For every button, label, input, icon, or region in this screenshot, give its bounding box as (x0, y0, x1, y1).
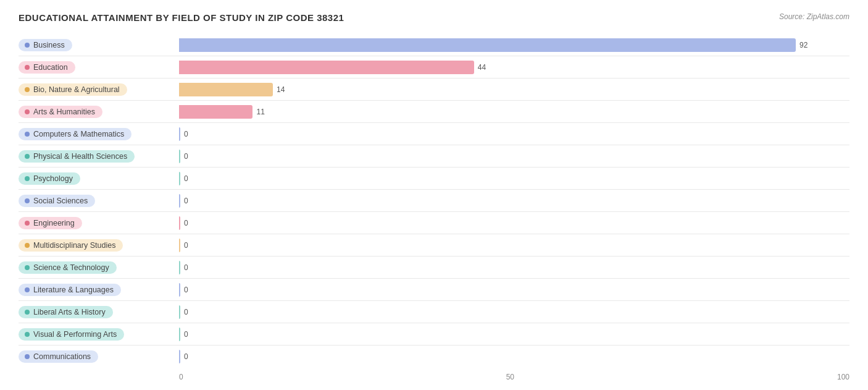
bar-container: 0 (179, 328, 849, 341)
bar-dot-icon (25, 176, 30, 181)
bar-value-label: 0 (184, 330, 188, 339)
x-axis-label: 50 (506, 373, 514, 381)
bar-label-pill: Literature & Languages (19, 284, 121, 296)
bar-dot-icon (25, 87, 30, 92)
bar-container: 14 (179, 83, 849, 96)
bar-value-label: 0 (184, 286, 188, 294)
bar-dot-icon (25, 287, 30, 292)
bar-label-text: Literature & Languages (33, 286, 114, 294)
bar-label-pill: Education (19, 61, 75, 74)
source-label: Source: ZipAtlas.com (779, 12, 849, 21)
bar-row: Education44 (19, 56, 849, 78)
bar-label-pill: Psychology (19, 172, 80, 185)
bar-fill (179, 194, 180, 208)
bar-container: 0 (179, 127, 849, 141)
bar-label-area: Bio, Nature & Agricultural (19, 78, 179, 100)
bar-fill (179, 61, 474, 74)
bar-fill (179, 350, 180, 363)
bar-label-pill: Arts & Humanities (19, 106, 102, 118)
bar-value-label: 0 (184, 197, 188, 205)
x-axis-label: 0 (179, 373, 183, 381)
bar-value-label: 0 (184, 152, 188, 161)
bar-row: Liberal Arts & History0 (19, 301, 849, 323)
bar-container: 44 (179, 61, 849, 74)
bar-label-area: Engineering (19, 212, 179, 234)
bar-fill (179, 83, 273, 96)
bar-container: 0 (179, 172, 849, 185)
bar-label-area: Social Sciences (19, 190, 179, 211)
bar-label-pill: Engineering (19, 217, 82, 229)
bar-label-text: Psychology (33, 174, 73, 183)
bar-container: 0 (179, 261, 849, 274)
bar-dot-icon (25, 310, 30, 315)
bar-label-text: Physical & Health Sciences (33, 152, 127, 161)
bar-dot-icon (25, 132, 30, 137)
bar-value-label: 14 (277, 85, 285, 94)
bar-value-label: 0 (184, 219, 188, 227)
bar-container: 0 (179, 305, 849, 319)
bar-label-text: Multidisciplinary Studies (33, 241, 115, 250)
bar-dot-icon (25, 354, 30, 359)
bar-label-text: Education (33, 63, 68, 72)
bar-row: Engineering0 (19, 212, 849, 234)
bar-label-pill: Social Sciences (19, 195, 95, 207)
bar-dot-icon (25, 109, 30, 114)
bar-dot-icon (25, 43, 30, 48)
bar-label-area: Education (19, 56, 179, 78)
bar-row: Visual & Performing Arts0 (19, 323, 849, 345)
chart-area: Business92Education44Bio, Nature & Agric… (19, 34, 849, 368)
chart-header: EDUCATIONAL ATTAINMENT BY FIELD OF STUDY… (19, 12, 849, 23)
bar-value-label: 92 (799, 41, 807, 49)
bar-row: Computers & Mathematics0 (19, 123, 849, 145)
bar-fill (179, 150, 180, 163)
bar-container: 0 (179, 150, 849, 163)
bar-dot-icon (25, 243, 30, 248)
bar-container: 0 (179, 239, 849, 252)
bar-label-text: Engineering (33, 219, 75, 227)
bar-container: 0 (179, 216, 849, 230)
bar-dot-icon (25, 332, 30, 337)
bar-label-text: Visual & Performing Arts (33, 330, 117, 339)
bar-row: Physical & Health Sciences0 (19, 145, 849, 167)
bar-fill (179, 261, 180, 274)
x-axis-labels: 050100 (179, 373, 849, 381)
bar-fill (179, 283, 180, 297)
bar-container: 92 (179, 38, 849, 52)
bar-label-pill: Bio, Nature & Agricultural (19, 83, 127, 96)
bar-fill (179, 216, 180, 230)
bar-label-area: Literature & Languages (19, 279, 179, 300)
bar-row: Science & Technology0 (19, 256, 849, 279)
bar-label-pill: Physical & Health Sciences (19, 150, 135, 163)
bar-row: Business92 (19, 34, 849, 56)
bar-value-label: 44 (478, 63, 486, 72)
bar-dot-icon (25, 221, 30, 226)
bar-label-pill: Science & Technology (19, 261, 117, 274)
bar-row: Literature & Languages0 (19, 279, 849, 301)
bar-row: Social Sciences0 (19, 190, 849, 212)
bar-dot-icon (25, 265, 30, 270)
bar-dot-icon (25, 198, 30, 203)
bar-value-label: 0 (184, 308, 188, 316)
bar-row: Arts & Humanities11 (19, 101, 849, 123)
bar-container: 0 (179, 283, 849, 297)
chart-title: EDUCATIONAL ATTAINMENT BY FIELD OF STUDY… (19, 12, 344, 23)
bar-label-pill: Liberal Arts & History (19, 306, 113, 318)
bar-label-pill: Communications (19, 350, 98, 363)
bar-label-text: Liberal Arts & History (33, 308, 106, 316)
bar-fill (179, 105, 252, 119)
bar-label-area: Computers & Mathematics (19, 123, 179, 145)
bar-label-text: Arts & Humanities (33, 108, 95, 116)
bar-label-area: Science & Technology (19, 256, 179, 278)
bar-label-pill: Visual & Performing Arts (19, 328, 124, 341)
bar-row: Multidisciplinary Studies0 (19, 234, 849, 256)
bar-label-area: Arts & Humanities (19, 101, 179, 122)
bar-label-text: Bio, Nature & Agricultural (33, 85, 120, 94)
bar-label-area: Communications (19, 345, 179, 368)
x-axis: 050100 (19, 373, 849, 381)
bar-value-label: 0 (184, 130, 188, 138)
bar-row: Psychology0 (19, 167, 849, 190)
bar-container: 0 (179, 194, 849, 208)
bar-label-text: Social Sciences (33, 197, 88, 205)
x-axis-label: 100 (837, 373, 849, 381)
bar-label-area: Physical & Health Sciences (19, 145, 179, 167)
